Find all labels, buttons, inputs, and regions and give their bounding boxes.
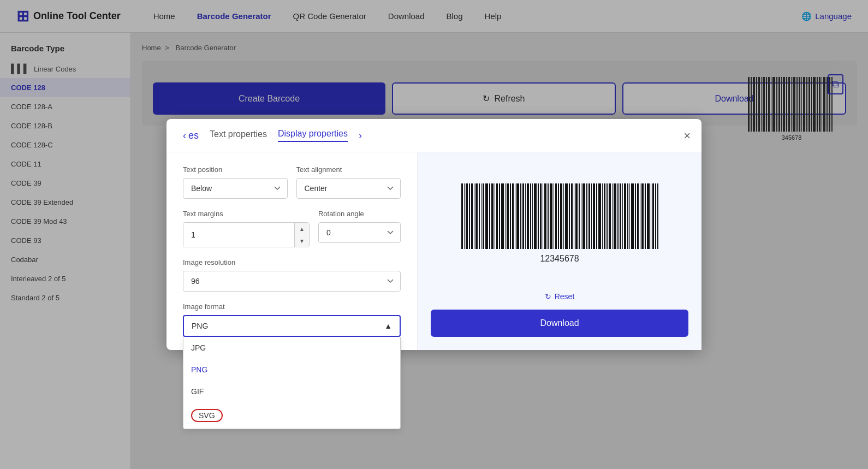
modal-tab-text[interactable]: Text properties (210, 129, 267, 141)
svg-rect-47 (491, 183, 494, 249)
svg-rect-110 (652, 183, 654, 249)
svg-rect-107 (645, 183, 646, 249)
modal-tab-display[interactable]: Display properties (278, 129, 348, 142)
svg-rect-49 (496, 183, 498, 249)
svg-rect-108 (647, 183, 650, 249)
form-row-1: Text position Below Above None Text alig… (183, 165, 401, 199)
svg-rect-61 (527, 183, 529, 249)
svg-rect-42 (479, 183, 480, 249)
svg-rect-92 (607, 183, 608, 249)
text-margins-input-wrapper: ▲ ▼ (183, 222, 310, 247)
svg-rect-75 (563, 183, 564, 249)
svg-rect-56 (515, 183, 515, 249)
modal-overlay[interactable]: ‹ es Text properties Display properties … (0, 0, 868, 469)
svg-rect-67 (543, 183, 543, 249)
image-format-display[interactable]: PNG ▲ (183, 315, 401, 337)
svg-rect-79 (574, 183, 574, 249)
svg-rect-62 (530, 183, 531, 249)
text-alignment-select[interactable]: Center Left Right (296, 178, 401, 199)
svg-rect-84 (586, 183, 587, 249)
svg-rect-54 (510, 183, 511, 249)
svg-rect-63 (532, 183, 533, 249)
text-margins-group: Text margins ▲ ▼ (183, 210, 310, 247)
svg-rect-38 (469, 183, 470, 249)
svg-rect-104 (637, 183, 639, 249)
format-option-gif[interactable]: GIF (183, 381, 400, 402)
text-margins-down[interactable]: ▼ (295, 235, 309, 247)
modal-next-button[interactable]: › (359, 130, 362, 141)
svg-rect-82 (581, 183, 581, 249)
modal-close-button[interactable]: × (683, 129, 691, 143)
text-margins-input[interactable] (183, 223, 294, 247)
format-option-svg[interactable]: SVG (183, 402, 400, 429)
svg-rect-53 (507, 183, 509, 249)
svg-rect-39 (471, 183, 473, 249)
text-alignment-label: Text alignment (296, 165, 401, 174)
svg-rect-93 (609, 183, 611, 249)
text-margins-spinners: ▲ ▼ (294, 223, 309, 247)
svg-rect-50 (499, 183, 500, 249)
text-alignment-group: Text alignment Center Left Right (296, 165, 401, 199)
svg-rect-106 (641, 183, 644, 249)
svg-rect-99 (624, 183, 626, 249)
text-position-select[interactable]: Below Above None (183, 178, 288, 199)
svg-rect-90 (602, 183, 603, 249)
image-resolution-select[interactable]: 96 150 300 (183, 271, 401, 292)
image-format-label: Image format (183, 302, 401, 311)
svg-rect-43 (481, 183, 481, 249)
modal-download-button[interactable]: Download (431, 310, 688, 337)
reset-button[interactable]: ↻ Reset (545, 292, 575, 301)
svg-rect-78 (571, 183, 573, 249)
svg-rect-95 (614, 183, 616, 249)
svg-rect-55 (512, 183, 514, 249)
svg-rect-68 (544, 183, 546, 249)
svg-rect-40 (474, 183, 474, 249)
text-position-group: Text position Below Above None (183, 165, 288, 199)
svg-rect-91 (604, 183, 605, 249)
svg-rect-52 (505, 183, 506, 249)
svg-rect-89 (598, 183, 601, 249)
modal-dialog: ‹ es Text properties Display properties … (167, 119, 701, 350)
text-position-label: Text position (183, 165, 288, 174)
svg-rect-97 (620, 183, 621, 249)
text-margins-up[interactable]: ▲ (295, 223, 309, 235)
svg-circle-label: SVG (191, 409, 223, 422)
svg-rect-57 (516, 183, 519, 249)
svg-rect-44 (483, 183, 484, 249)
svg-rect-46 (489, 183, 490, 249)
modal-prev-button[interactable]: ‹ es (183, 130, 199, 141)
svg-rect-96 (617, 183, 619, 249)
svg-rect-66 (540, 183, 542, 249)
svg-rect-100 (627, 183, 628, 249)
image-resolution-label: Image resolution (183, 258, 401, 266)
svg-rect-83 (582, 183, 585, 249)
rotation-angle-select[interactable]: 0 90 180 270 (318, 222, 401, 243)
form-row-3: Image resolution 96 150 300 (183, 258, 401, 292)
format-option-jpg[interactable]: JPG (183, 337, 400, 359)
modal-right-panel: 12345678 ↻ Reset Download (418, 152, 701, 350)
svg-rect-48 (495, 183, 495, 249)
svg-rect-80 (575, 183, 578, 249)
svg-rect-51 (501, 183, 504, 249)
svg-rect-65 (538, 183, 539, 249)
svg-rect-103 (635, 183, 636, 249)
format-option-png[interactable]: PNG (183, 359, 400, 381)
svg-rect-72 (555, 183, 557, 249)
svg-rect-74 (560, 183, 562, 249)
image-format-select-wrapper: PNG ▲ JPG PNG GIF SVG (183, 315, 401, 337)
image-resolution-group: Image resolution 96 150 300 (183, 258, 401, 292)
svg-rect-94 (612, 183, 613, 249)
svg-rect-86 (591, 183, 592, 249)
svg-rect-81 (579, 183, 580, 249)
svg-rect-64 (534, 183, 537, 249)
image-format-dropdown: JPG PNG GIF SVG (183, 337, 401, 429)
svg-rect-101 (629, 183, 630, 249)
svg-rect-109 (651, 183, 651, 249)
svg-rect-58 (520, 183, 521, 249)
svg-rect-59 (522, 183, 524, 249)
svg-rect-85 (588, 183, 590, 249)
svg-rect-60 (525, 183, 526, 249)
svg-rect-35 (461, 183, 463, 249)
svg-rect-111 (655, 183, 656, 249)
svg-rect-102 (631, 183, 634, 249)
